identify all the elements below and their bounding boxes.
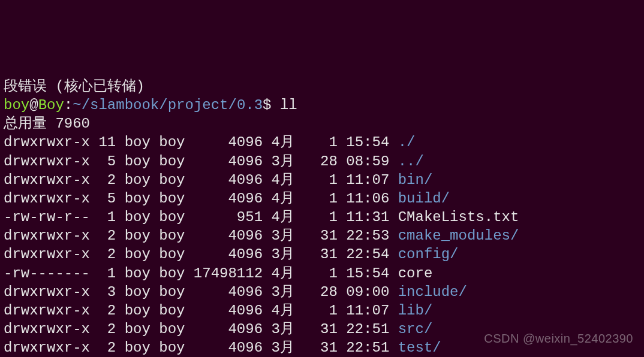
list-item: drwxrwxr-x 11 boy boy 4096 4月 1 15:54 ./ — [4, 133, 640, 152]
prompt-user: boy — [4, 97, 29, 113]
file-meta: drwxrwxr-x 2 boy boy 4096 4月 1 11:07 — [4, 302, 398, 319]
terminal-area[interactable]: 段错误 (核心已转储)boy@Boy:~/slambook/project/0.… — [4, 77, 640, 357]
prompt-line: boy@Boy:~/slambook/project/0.3$ ll — [4, 96, 640, 114]
prompt-space — [272, 97, 280, 113]
list-item: drwxrwxr-x 5 boy boy 4096 3月 28 08:59 ..… — [4, 152, 640, 171]
file-meta: drwxrwxr-x 2 boy boy 4096 3月 31 22:51 — [4, 321, 398, 337]
file-meta: drwxrwxr-x 2 boy boy 4096 3月 31 22:51 — [4, 340, 398, 356]
file-meta: -rw-rw-r-- 1 boy boy 951 4月 1 11:31 — [4, 209, 398, 225]
file-name: ./ — [398, 134, 416, 150]
list-item: -rw-rw-r-- 1 boy boy 951 4月 1 11:31 CMak… — [4, 208, 640, 226]
file-name: include/ — [398, 284, 467, 300]
list-item: -rw------- 1 boy boy 17498112 4月 1 15:54… — [4, 264, 640, 283]
total-label: 总用量 — [4, 116, 47, 132]
list-item: drwxrwxr-x 2 boy boy 4096 3月 31 22:53 cm… — [4, 226, 640, 245]
file-name: cmake_modules/ — [398, 228, 519, 244]
file-meta: drwxrwxr-x 3 boy boy 4096 3月 28 09:00 — [4, 284, 398, 300]
file-name: config/ — [398, 246, 459, 262]
prompt-path: ~/slambook/project/0.3 — [73, 97, 263, 113]
watermark: CSDN @weixin_52402390 — [484, 331, 633, 346]
file-name: src/ — [398, 321, 433, 337]
file-meta: drwxrwxr-x 5 boy boy 4096 3月 28 08:59 — [4, 153, 398, 170]
file-name: CMakeLists.txt — [398, 209, 519, 225]
list-item: drwxrwxr-x 3 boy boy 4096 3月 28 09:00 in… — [4, 283, 640, 301]
total-value: 7960 — [55, 116, 90, 132]
file-listing: drwxrwxr-x 11 boy boy 4096 4月 1 15:54 ./… — [4, 133, 640, 357]
file-name: build/ — [398, 190, 450, 207]
list-item: drwxrwxr-x 2 boy boy 4096 4月 1 11:07 lib… — [4, 301, 640, 320]
file-meta: -rw------- 1 boy boy 17498112 4月 1 15:54 — [4, 265, 398, 282]
error-line: 段错误 (核心已转储) — [4, 77, 640, 96]
file-meta: drwxrwxr-x 5 boy boy 4096 4月 1 11:06 — [4, 190, 398, 207]
file-meta: drwxrwxr-x 11 boy boy 4096 4月 1 15:54 — [4, 134, 398, 150]
file-meta: drwxrwxr-x 2 boy boy 4096 3月 31 22:53 — [4, 228, 398, 244]
list-item: drwxrwxr-x 5 boy boy 4096 4月 1 11:06 bui… — [4, 189, 640, 208]
file-name: lib/ — [398, 302, 433, 319]
prompt-host: Boy — [38, 97, 64, 113]
list-item: drwxrwxr-x 2 boy boy 4096 3月 31 22:54 co… — [4, 245, 640, 264]
total-line: 总用量 7960 — [4, 114, 640, 133]
file-name: ../ — [398, 153, 424, 170]
file-meta: drwxrwxr-x 2 boy boy 4096 4月 1 11:07 — [4, 172, 398, 188]
file-name: test/ — [398, 340, 441, 356]
file-name: bin/ — [398, 172, 433, 188]
prompt-at: @ — [29, 97, 38, 113]
command: ll — [280, 97, 297, 113]
prompt-dollar: $ — [263, 97, 271, 113]
file-name: core — [398, 265, 433, 282]
list-item: drwxrwxr-x 2 boy boy 4096 4月 1 11:07 bin… — [4, 171, 640, 189]
file-meta: drwxrwxr-x 2 boy boy 4096 3月 31 22:54 — [4, 246, 398, 262]
prompt-colon: : — [64, 97, 73, 113]
